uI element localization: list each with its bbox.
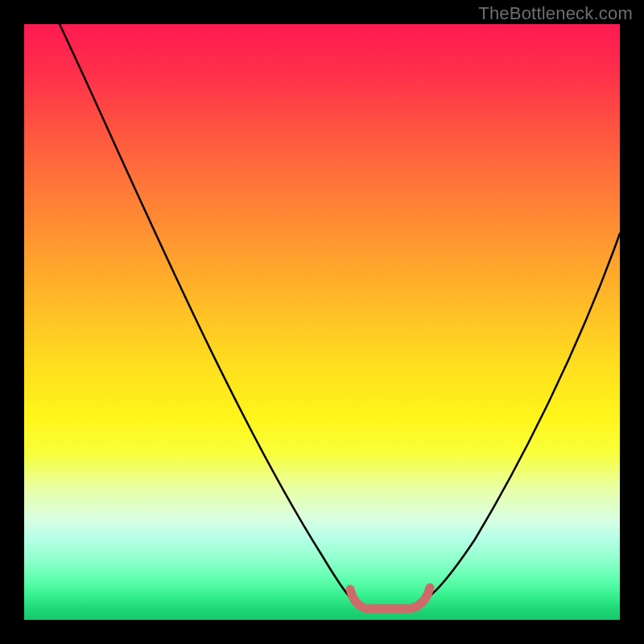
watermark-text: TheBottleneck.com [478, 3, 633, 24]
bottleneck-curve [60, 24, 620, 608]
plot-area [24, 24, 620, 620]
optimal-marker [350, 588, 430, 609]
chart-frame: TheBottleneck.com [0, 0, 644, 644]
curve-layer [24, 24, 620, 620]
